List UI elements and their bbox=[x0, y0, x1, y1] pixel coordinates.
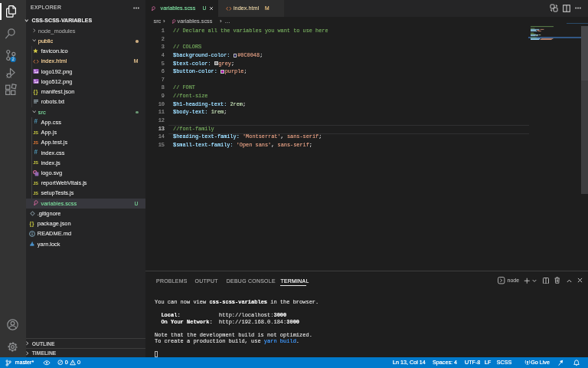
svg-text:2: 2 bbox=[12, 57, 15, 61]
